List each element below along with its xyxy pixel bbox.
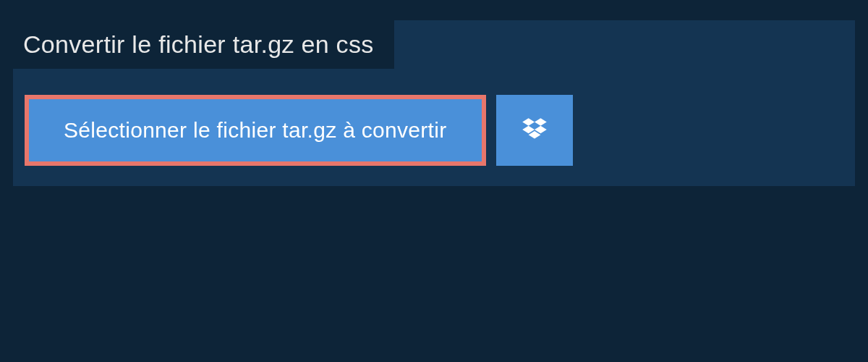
dropbox-icon [519,115,550,146]
button-row: Sélectionner le fichier tar.gz à convert… [13,95,855,166]
dropbox-button[interactable] [496,95,573,166]
header-tab: Convertir le fichier tar.gz en css [13,20,394,69]
select-file-button[interactable]: Sélectionner le fichier tar.gz à convert… [25,95,486,166]
select-file-label: Sélectionner le fichier tar.gz à convert… [64,118,447,142]
converter-panel: Convertir le fichier tar.gz en css Sélec… [13,20,855,186]
page-title: Convertir le fichier tar.gz en css [23,30,374,59]
